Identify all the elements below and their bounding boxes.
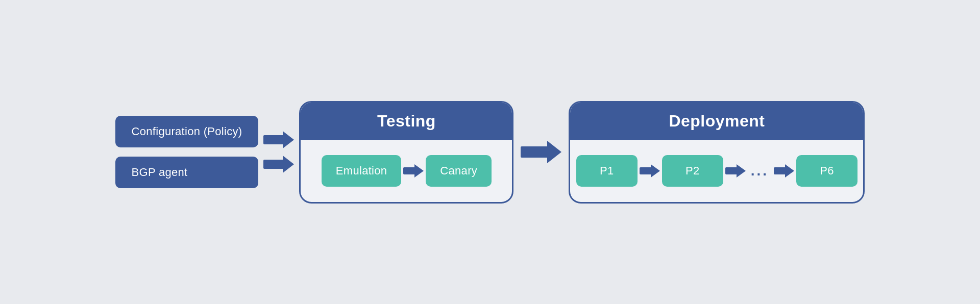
testing-header: Testing — [301, 103, 512, 140]
main-diagram: Configuration (Policy) BGP agent Testing… — [115, 101, 865, 204]
ellipsis-dots: ... — [751, 163, 769, 179]
arrow-bottom-icon — [263, 157, 294, 172]
phase-p2-box: P2 — [662, 155, 723, 187]
deployment-body: P1 P2 ... P6 — [569, 140, 865, 187]
input-group: Configuration (Policy) BGP agent — [115, 116, 259, 188]
canary-box: Canary — [426, 155, 492, 187]
emulation-to-canary-arrow-icon — [403, 164, 424, 178]
config-policy-label: Configuration (Policy) — [132, 125, 242, 138]
config-policy-box: Configuration (Policy) — [115, 116, 259, 147]
bgp-agent-label: BGP agent — [132, 166, 188, 179]
phase-p6-box: P6 — [796, 155, 857, 187]
testing-to-deployment-arrow-icon — [521, 142, 561, 162]
bgp-agent-box: BGP agent — [115, 157, 259, 188]
p1-to-p2-arrow-icon — [640, 164, 660, 178]
p2-to-dots-arrow-icon — [725, 164, 746, 178]
input-to-testing-arrows — [263, 132, 294, 172]
testing-panel: Testing Emulation Canary — [299, 101, 513, 204]
deployment-panel: Deployment P1 P2 ... P6 — [569, 101, 865, 204]
dots-to-p6-arrow-icon — [774, 164, 794, 178]
testing-body: Emulation Canary — [306, 140, 507, 187]
deployment-header: Deployment — [570, 103, 863, 140]
arrow-top-icon — [263, 132, 294, 147]
phase-p1-box: P1 — [576, 155, 638, 187]
emulation-box: Emulation — [322, 155, 402, 187]
